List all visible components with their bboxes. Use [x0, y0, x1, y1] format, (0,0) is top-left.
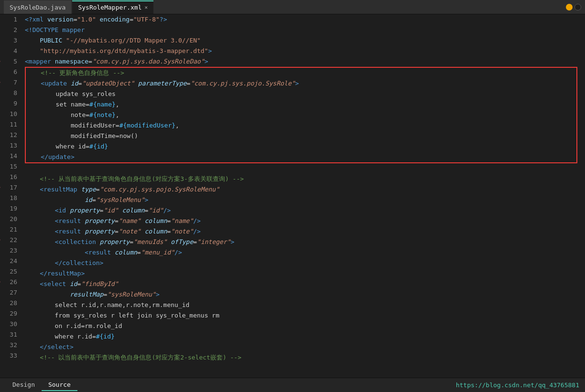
ln-13: 13	[0, 140, 17, 151]
code-line-19: <id property="id" column="id"/>	[25, 205, 585, 216]
code-line-9: set name=#{name},	[26, 99, 576, 110]
code-line-29: from sys_roles r left join sys_role_menu…	[25, 310, 585, 321]
code-area[interactable]: <?xml version="1.0" encoding="UTF-8"?> <…	[21, 14, 585, 378]
ln-27: 27	[0, 287, 17, 298]
ln-8: 8	[0, 88, 17, 98]
title-bar: SysRoleDao.java SysRoleMapper.xml ✕	[0, 0, 585, 14]
code-line-12: modifiedTime=now()	[26, 131, 576, 141]
window-controls	[566, 4, 581, 11]
ln-14: 14	[0, 151, 17, 161]
code-line-31: where r.id=#{id}	[25, 331, 585, 342]
code-line-24: </collection>	[25, 258, 585, 268]
code-line-33: <!-- 以当前表中基于查询角色自身信息(对应方案2-select嵌套) -->	[25, 352, 585, 363]
ln-6: 6	[0, 67, 17, 77]
code-line-15	[25, 163, 585, 174]
ln-10: 10	[0, 109, 17, 119]
ln-30: 30	[0, 319, 17, 329]
code-line-16: <!-- 从当前表中基于查询角色自身信息(对应方案3-多表关联查询) -->	[25, 174, 585, 184]
code-line-5: <mapper namespace="com.cy.pj.sys.dao.Sys…	[25, 56, 585, 67]
status-bar: Design Source https://blog.csdn.net/qq_4…	[0, 378, 585, 392]
ln-16: 16	[0, 172, 17, 182]
ln-21: 21	[0, 224, 17, 235]
code-line-21: <result property="note" column="note"/>	[25, 226, 585, 237]
ln-26: 26	[0, 277, 17, 287]
status-url: https://blog.csdn.net/qq_43765881	[456, 381, 579, 389]
code-line-28: select r.id,r.name,r.note,rm.menu_id	[25, 300, 585, 310]
tab-sysroledao-label: SysRoleDao.java	[10, 4, 65, 11]
ln-15: 15	[0, 161, 17, 172]
ln-5: 5	[0, 56, 17, 67]
tab-sysrolemapper[interactable]: SysRoleMapper.xml ✕	[72, 0, 153, 14]
design-tab[interactable]: Design	[6, 379, 42, 391]
code-line-11: modifiedUser=#{modifiedUser},	[26, 120, 576, 131]
ln-29: 29	[0, 308, 17, 319]
ln-31: 31	[0, 329, 17, 340]
tab-sysrolemapper-label: SysRoleMapper.xml	[78, 4, 141, 11]
code-line-18: id="sysRoleMenu">	[25, 195, 585, 205]
ln-23: 23	[0, 245, 17, 256]
ln-17: 17	[0, 182, 17, 193]
code-line-3: PUBLIC "-//mybatis.org//DTD Mapper 3.0//…	[25, 35, 585, 46]
ln-4: 4	[0, 46, 17, 56]
ln-33: 33	[0, 350, 17, 361]
ln-20: 20	[0, 214, 17, 224]
code-line-20: <result property="name" column="name"/>	[25, 216, 585, 226]
code-line-22: <collection property="menuIds" ofType="i…	[25, 237, 585, 247]
code-line-7: <update id="updateObject" parameterType=…	[26, 78, 576, 89]
code-line-2: <!DOCTYPE mapper	[25, 25, 585, 35]
highlight-block: <!-- 更新角色自身信息 --> <update id="updateObje…	[25, 67, 577, 163]
status-tabs: Design Source	[6, 379, 77, 391]
code-line-13: where id=#{id}	[26, 141, 576, 152]
ln-3: 3	[0, 35, 17, 46]
ln-25: 25	[0, 266, 17, 277]
source-tab[interactable]: Source	[42, 379, 77, 391]
restore-button[interactable]	[574, 4, 581, 11]
code-line-30: on r.id=rm.role_id	[25, 321, 585, 331]
ln-19: 19	[0, 203, 17, 214]
minimize-button[interactable]	[566, 4, 573, 11]
ln-11: 11	[0, 119, 17, 130]
code-line-14: </update>	[26, 152, 576, 162]
close-tab-icon[interactable]: ✕	[144, 4, 148, 11]
code-line-25: </resultMap>	[25, 268, 585, 279]
code-line-6: <!-- 更新角色自身信息 -->	[26, 68, 576, 78]
ln-9: 9	[0, 98, 17, 109]
code-line-1: <?xml version="1.0" encoding="UTF-8"?>	[25, 14, 585, 25]
code-line-26: <select id="findById"	[25, 279, 585, 289]
ln-18: 18	[0, 193, 17, 203]
code-line-17: <resultMap type="com.cy.pj.sys.pojo.SysR…	[25, 184, 585, 195]
ln-12: 12	[0, 130, 17, 140]
code-line-27: resultMap="sysRoleMenu">	[25, 289, 585, 300]
line-numbers: 1 2 3 4 5 6 7 8 9 10 11 12 13 14 15 16 1…	[0, 14, 21, 378]
code-line-8: update sys_roles	[26, 89, 576, 99]
ln-24: 24	[0, 256, 17, 266]
ln-1: 1	[0, 14, 17, 25]
ln-28: 28	[0, 298, 17, 308]
tab-sysroledao[interactable]: SysRoleDao.java	[4, 0, 71, 14]
ln-32: 32	[0, 340, 17, 350]
ln-22: 22	[0, 235, 17, 245]
editor-area: 1 2 3 4 5 6 7 8 9 10 11 12 13 14 15 16 1…	[0, 14, 585, 378]
code-line-4: "http://mybatis.org/dtd/mybatis-3-mapper…	[25, 46, 585, 56]
code-line-23: <result column="menu_id"/>	[25, 247, 585, 258]
code-line-32: </select>	[25, 342, 585, 352]
ln-7: 7	[0, 77, 17, 88]
ln-2: 2	[0, 25, 17, 35]
code-line-10: note=#{note},	[26, 110, 576, 120]
